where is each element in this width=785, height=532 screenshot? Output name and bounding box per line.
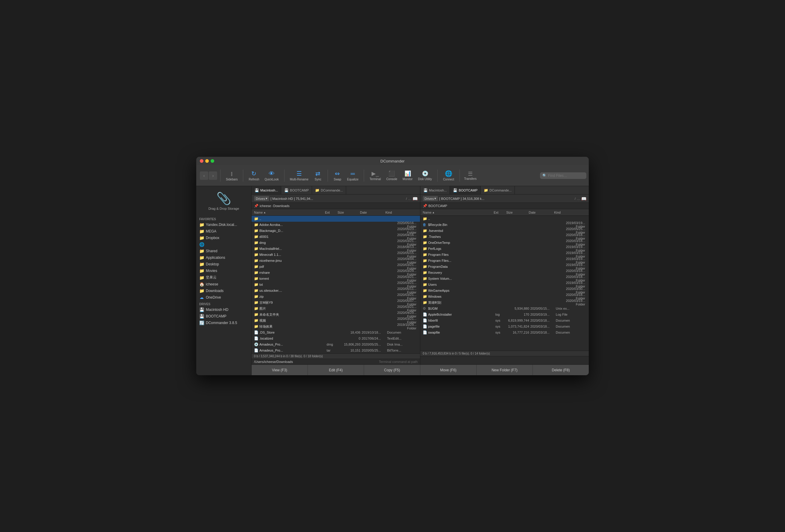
file-row[interactable]: 📁 rrshare 2020/03/29... Folder [252,270,420,276]
path-more-icon[interactable]: … [577,197,580,201]
file-row[interactable]: 💿 Amadeus_Pro... dmg 15,806,293 2020/05/… [252,341,420,347]
file-row[interactable]: 📁 .. [420,216,589,222]
sidebar-item-yandex[interactable]: 📁 Yandex.Disk.local... [196,222,251,228]
monitor-button[interactable]: 📊 Monitor [400,169,415,182]
sidebar-item-shared[interactable]: 📁 Shared [196,248,251,254]
sidebar-item-icheese[interactable]: 🏠 icheese [196,281,251,287]
sidebar-item-globe[interactable]: 🌐 [196,241,251,248]
file-row[interactable]: 📄 .DS_Store 18,436 2019/10/18... Documen [252,329,420,335]
sidebar-item-mega[interactable]: 📁 MEGA [196,228,251,234]
file-row[interactable]: 📁 图片 2020/03/21... Folder [252,305,420,311]
console-button[interactable]: ⬛ Console [384,169,400,182]
file-row[interactable]: 📁 us.sitesucker.... 2020/05/11... Folder [252,287,420,294]
file-row[interactable]: 📁 Users 2019/03/19... Folder [420,282,589,287]
file-row[interactable]: 📁 Minecraft 1.1... 2020/05/15... Folder [252,252,420,258]
move-button[interactable]: Move (F6) [420,365,477,375]
file-row[interactable]: 📁 Windows 2020/03/18... Folder [420,294,589,300]
nav-forward-button[interactable]: › [209,172,217,180]
file-row[interactable]: 📁 ProgramData 2019/03/19... Folder [420,263,589,270]
connect-button[interactable]: 🌐 Connect [441,169,457,182]
file-row[interactable]: 📁 torrent 2020/03/21... Folder [252,276,420,282]
file-row[interactable]: 📄 AppleBcInstaller log 170 2020/03/19...… [420,311,589,318]
left-tab-dcommander[interactable]: 📁 DCommande... [312,186,346,194]
breadcrumb-downloads[interactable]: Downloads [273,204,289,208]
file-row[interactable]: 📁 未命名文件夹 2020/04/29... Folder [252,311,420,318]
multirename-button[interactable]: ☰ Multi-Rename [287,169,311,182]
swap-button[interactable]: ⇔ Swap [331,169,344,182]
left-tab-macintosh[interactable]: 💾 Macintosh... [252,186,281,194]
file-row[interactable]: 📄 Amadeus_Pro... tar 10,151 2020/05/25..… [252,347,420,353]
sidebar-item-dcommander[interactable]: 🔄 DCommander 3.8.5 [196,320,251,326]
file-row[interactable]: 📁 视频 2020/03/21... Folder [252,318,420,324]
right-tab-dcommander[interactable]: 📁 DCommande... [481,186,515,194]
edit-button[interactable]: Edit (F4) [308,365,364,375]
breadcrumb-icheese[interactable]: icheese [260,204,271,208]
sidebar-item-onedrive[interactable]: ☁ OneDrive [196,294,251,301]
file-row[interactable]: 📄 pagefile sys 1,073,741,824 2020/03/18.… [420,324,589,329]
file-row[interactable]: 📁 dmg 2020/03/21... Folder [252,240,420,246]
sidebar-item-applications[interactable]: 📁 Applications [196,254,251,261]
nav-back-button[interactable]: ‹ [200,172,208,180]
sync-button[interactable]: ⇄ Sync [311,169,325,182]
file-row[interactable]: ⚙ $UGM 5,934,880 2020/05/15... Unix ex..… [420,305,589,311]
path-more-icon[interactable]: … [408,197,411,201]
delete-button[interactable]: Delete (F8) [533,365,589,375]
search-input[interactable] [548,174,584,178]
file-row[interactable]: 📄 .localized 0 2017/06/24... TextEdit... [252,335,420,341]
right-drives-button[interactable]: Drives ▾ [423,196,438,201]
sidebars-button[interactable]: ⫿ Sidebars [224,169,240,182]
sidebar-item-macintosh-hd[interactable]: 💾 Macintosh HD [196,306,251,313]
file-row[interactable]: 📁 古M丽Y9 2020/05/07... Folder [252,300,420,305]
view-button[interactable]: View (F3) [252,365,308,375]
left-path-input[interactable] [254,360,377,363]
diskutility-button[interactable]: 💿 Disk Utility [415,169,434,182]
sidebar-item-desktop[interactable]: 📁 Desktop [196,261,251,268]
file-row[interactable]: 📁 Program Files 2019/03/19... Folder [420,252,589,258]
file-row[interactable]: 📁 MacInstallHel... 2018/08/13... Folder [252,246,420,252]
file-row[interactable]: 📁 d0001 2020/04/16... Folder [252,234,420,240]
right-tab-bootcamp[interactable]: 💾 BOOTCAMP [450,186,481,194]
file-row[interactable]: 📁 zip 2020/03/21... Folder [252,294,420,300]
file-row[interactable]: 📄 swapfile sys 16,777,216 2020/03/18... … [420,329,589,335]
file-row[interactable]: 📁 转场效果 2019/10/29... Folder [252,324,420,329]
new-folder-button[interactable]: New Folder (F7) [477,365,533,375]
file-row[interactable]: 📁 PerfLogs 2019/03/19... Folder [420,246,589,252]
file-row[interactable]: 📄 hiberfil sys 6,819,999,744 2020/03/18.… [420,318,589,324]
quicklook-button[interactable]: 👁 QuickLook [262,169,281,182]
file-row[interactable]: 📁 英雄时刻 2020/03/19... Folder [420,300,589,305]
file-row[interactable]: 🗑 $Recycle.Bin 2019/03/19... Folder [420,222,589,228]
bookmark-icon[interactable]: 📖 [581,196,586,201]
sidebar-item-bootcamp[interactable]: 💾 BOOTCAMP [196,313,251,320]
file-row[interactable]: 📁 Blackmagic_D... 2020/05/23... Folder [252,228,420,234]
file-row[interactable]: 📁 Adobe Acroba... 2020/05/16... Folder [252,222,420,228]
bookmark-icon[interactable]: 📖 [412,196,417,201]
sidebar-item-dropbox[interactable]: 📁 Dropbox [196,234,251,241]
terminal-button[interactable]: ▶_ Terminal [367,169,383,182]
breadcrumb-bootcamp[interactable]: BOOTCAMP [428,204,447,208]
file-row[interactable]: 📁 System Volum... 2020/03/18... Folder [420,276,589,282]
maximize-button[interactable] [211,159,214,163]
search-box[interactable]: 🔍 [540,172,586,179]
file-row[interactable]: 📁 .Trashes 2020/03/18... Folder [420,234,589,240]
transfers-button[interactable]: ☰ Transfers [462,169,479,182]
file-row[interactable]: 📁 .fseventsd 2020/05/25... Folder [420,228,589,234]
sidebar-item-movies[interactable]: 📁 Movies [196,268,251,274]
file-row[interactable]: 📁 pdf 2020/03/21... Folder [252,263,420,270]
file-row[interactable]: 📁 OneDriveTemp 2020/03/18... Folder [420,240,589,246]
file-row[interactable]: 📁 Program Files... 2019/03/19... Folder [420,258,589,263]
right-tab-macintosh[interactable]: 💾 Macintosh... [420,186,450,194]
copy-button[interactable]: Copy (F5) [364,365,420,375]
file-row[interactable]: 📁 WeGameApps 2020/03/30... Folder [420,287,589,294]
equalize-button[interactable]: ═ Equalize [345,169,361,182]
sidebar-item-jianguoyun[interactable]: 📁 坚果云 [196,274,251,281]
file-row[interactable]: 📁 .. [252,216,420,222]
sidebar-item-downloads[interactable]: 📁 Downloads [196,287,251,294]
file-row[interactable]: 📁 Recovery 2020/03/18... Folder [420,270,589,276]
refresh-button[interactable]: ↻ Refresh [246,169,261,182]
close-button[interactable] [200,159,203,163]
minimize-button[interactable] [205,159,209,163]
file-row[interactable]: 📁 nicetheme-jimu 2020/04/04... Folder [252,258,420,263]
left-drives-button[interactable]: Drives ▾ [254,196,269,201]
file-row[interactable]: 📁 txt 2020/03/21... Folder [252,282,420,287]
left-tab-bootcamp[interactable]: 💾 BOOTCAMP [281,186,312,194]
